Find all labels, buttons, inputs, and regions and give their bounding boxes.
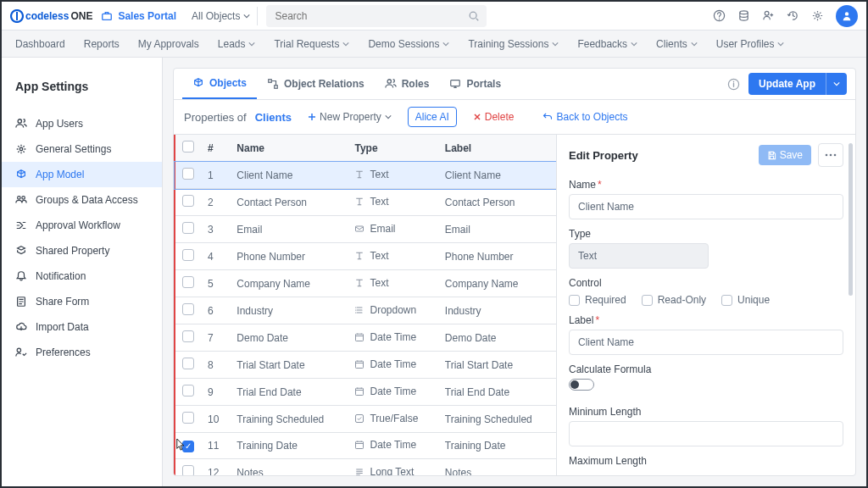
select-all-checkbox[interactable] bbox=[182, 141, 194, 152]
svg-rect-15 bbox=[275, 86, 278, 89]
name-input[interactable] bbox=[569, 194, 843, 219]
delete-button[interactable]: Delete bbox=[465, 107, 522, 127]
min-length-input[interactable] bbox=[569, 421, 843, 446]
row-checkbox[interactable] bbox=[182, 249, 194, 261]
tab-objects[interactable]: Objects bbox=[182, 69, 257, 99]
tab-object-relations[interactable]: Object Relations bbox=[257, 69, 375, 99]
nav-trial-requests[interactable]: Trial Requests bbox=[274, 38, 349, 50]
svg-rect-16 bbox=[451, 80, 460, 86]
row-checkbox[interactable] bbox=[182, 276, 194, 288]
nav-training-sessions[interactable]: Training Sessions bbox=[468, 38, 559, 50]
update-app-button[interactable]: Update App bbox=[748, 73, 847, 95]
sidebar-general-settings[interactable]: General Settings bbox=[2, 136, 162, 162]
readonly-checkbox[interactable]: Read-Only bbox=[642, 294, 706, 306]
table-row[interactable]: 9Trial End DateDate TimeTrial End Date bbox=[175, 379, 556, 406]
row-label: Training Date bbox=[438, 433, 556, 459]
sidebar-app-model[interactable]: App Model bbox=[2, 162, 162, 187]
user-avatar[interactable] bbox=[836, 5, 858, 27]
row-checkbox[interactable] bbox=[182, 412, 194, 424]
row-checkbox[interactable] bbox=[182, 168, 194, 180]
caret-down-icon bbox=[777, 41, 784, 47]
database-icon[interactable] bbox=[737, 9, 750, 22]
unique-checkbox[interactable]: Unique bbox=[721, 294, 770, 306]
row-name: Email bbox=[230, 216, 348, 243]
cal-icon bbox=[354, 332, 364, 342]
back-to-objects-button[interactable]: Back to Objects bbox=[535, 107, 635, 127]
table-row[interactable]: 8Trial Start DateDate TimeTrial Start Da… bbox=[175, 352, 556, 379]
col-name: Name bbox=[230, 135, 348, 162]
nav-dashboard[interactable]: Dashboard bbox=[15, 38, 65, 50]
sidebar-share-form[interactable]: Share Form bbox=[2, 289, 162, 314]
nav-reports[interactable]: Reports bbox=[84, 38, 120, 50]
alice-ai-button[interactable]: Alice AI bbox=[408, 107, 457, 127]
nav-leads[interactable]: Leads bbox=[218, 38, 256, 50]
new-property-button[interactable]: New Property bbox=[300, 107, 399, 127]
row-label: Email bbox=[438, 216, 556, 243]
table-row[interactable]: 4Phone NumberTextPhone Number bbox=[175, 243, 556, 270]
row-name: Trial End Date bbox=[230, 379, 348, 406]
more-button[interactable] bbox=[818, 143, 843, 167]
long-icon bbox=[354, 467, 364, 476]
app-switcher[interactable]: Sales Portal bbox=[101, 10, 176, 22]
row-checkbox[interactable] bbox=[182, 465, 194, 475]
object-selector[interactable]: All Objects bbox=[185, 7, 258, 25]
row-checkbox[interactable] bbox=[182, 330, 194, 342]
tab-portals[interactable]: Portals bbox=[439, 69, 511, 99]
svg-point-24 bbox=[826, 154, 828, 157]
sidebar-import-data[interactable]: Import Data bbox=[2, 314, 162, 340]
table-row[interactable]: 12NotesLong TextNotes bbox=[175, 459, 556, 476]
sidebar-shared-property[interactable]: Shared Property bbox=[2, 238, 162, 263]
row-checkbox[interactable] bbox=[182, 385, 194, 396]
cursor-icon bbox=[175, 438, 187, 452]
history-icon[interactable] bbox=[787, 9, 799, 22]
save-button[interactable]: Save bbox=[759, 145, 811, 165]
sidebar-notification[interactable]: Notification bbox=[2, 263, 162, 289]
table-row[interactable]: 7Demo DateDate TimeDemo Date bbox=[175, 324, 556, 352]
search-input[interactable] bbox=[273, 9, 468, 23]
nav-user-profiles[interactable]: User Profiles bbox=[716, 38, 785, 50]
table-row[interactable]: 5Company NameTextCompany Name bbox=[175, 270, 556, 297]
help-icon[interactable] bbox=[713, 9, 726, 22]
caret-down-icon bbox=[342, 41, 349, 47]
nav-clients[interactable]: Clients bbox=[656, 38, 698, 50]
row-type: Email bbox=[348, 216, 437, 243]
update-app-dropdown[interactable] bbox=[826, 73, 847, 95]
save-icon bbox=[767, 151, 776, 160]
nav-feedbacks[interactable]: Feedbacks bbox=[577, 38, 637, 50]
caret-down-icon bbox=[385, 114, 392, 120]
row-number: 2 bbox=[201, 189, 230, 216]
required-checkbox[interactable]: Required bbox=[569, 294, 626, 306]
entity-link[interactable]: Clients bbox=[255, 111, 292, 124]
tab-roles[interactable]: Roles bbox=[375, 69, 440, 99]
info-icon[interactable] bbox=[727, 78, 740, 91]
row-number: 3 bbox=[201, 216, 230, 243]
nav-demo-sessions[interactable]: Demo Sessions bbox=[368, 38, 449, 50]
edit-scrollbar[interactable] bbox=[849, 143, 853, 296]
sidebar-approval-workflow[interactable]: Approval Workflow bbox=[2, 213, 162, 238]
row-checkbox[interactable] bbox=[182, 195, 194, 207]
add-user-icon[interactable] bbox=[762, 9, 775, 22]
label-input[interactable] bbox=[569, 330, 843, 355]
row-type: Text bbox=[348, 162, 437, 189]
x-icon bbox=[473, 113, 481, 121]
svg-rect-19 bbox=[356, 334, 364, 341]
row-label: Contact Person bbox=[438, 189, 556, 216]
row-checkbox[interactable] bbox=[182, 222, 194, 234]
table-row[interactable]: 11Training DateDate TimeTraining Date bbox=[175, 433, 556, 459]
global-search[interactable] bbox=[266, 5, 487, 27]
bell-icon bbox=[15, 270, 27, 282]
nav-my-approvals[interactable]: My Approvals bbox=[138, 38, 199, 50]
table-row[interactable]: 1Client NameTextClient Name bbox=[175, 162, 556, 189]
calc-formula-toggle[interactable] bbox=[569, 379, 594, 391]
sidebar-app-users[interactable]: App Users bbox=[2, 111, 162, 136]
table-row[interactable]: 2Contact PersonTextContact Person bbox=[175, 189, 556, 216]
gear-icon[interactable] bbox=[811, 9, 824, 22]
row-checkbox[interactable] bbox=[182, 303, 194, 315]
sidebar-preferences[interactable]: Preferences bbox=[2, 340, 162, 365]
row-type: Text bbox=[348, 243, 437, 270]
table-row[interactable]: 3EmailEmailEmail bbox=[175, 216, 556, 243]
table-row[interactable]: 10Training ScheduledTrue/FalseTraining S… bbox=[175, 406, 556, 433]
table-row[interactable]: 6IndustryDropdownIndustry bbox=[175, 297, 556, 324]
sidebar-groups-data-access[interactable]: Groups & Data Access bbox=[2, 187, 162, 213]
row-checkbox[interactable] bbox=[182, 358, 194, 369]
